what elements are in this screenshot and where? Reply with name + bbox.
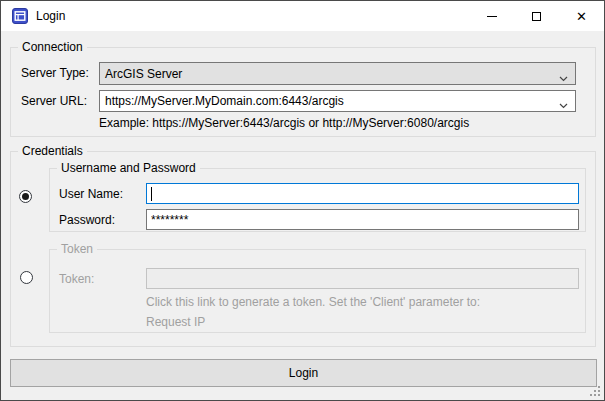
user-name-label: User Name: <box>59 187 123 201</box>
minimize-icon <box>487 16 497 17</box>
server-url-value: https://MyServer.MyDomain.com:6443/arcgi… <box>105 94 344 108</box>
username-password-group-label: Username and Password <box>57 161 200 175</box>
token-input <box>146 268 579 289</box>
titlebar: Login ✕ <box>1 1 604 31</box>
token-group-label: Token <box>57 242 97 256</box>
window-title: Login <box>36 1 65 31</box>
server-url-example-text: Example: https://MyServer:6443/arcgis or… <box>99 116 469 130</box>
text-cursor <box>151 187 152 201</box>
login-window: Login ✕ Connection Server Type: ArcGIS S… <box>0 0 605 401</box>
form-icon <box>12 8 28 24</box>
close-icon: ✕ <box>576 10 587 23</box>
token-label: Token: <box>59 272 94 286</box>
token-request-ip-link[interactable]: Request IP <box>146 315 205 329</box>
password-input[interactable] <box>146 209 579 230</box>
user-name-input[interactable] <box>146 183 579 204</box>
chevron-down-icon <box>559 71 568 85</box>
token-radio[interactable] <box>20 271 33 284</box>
minimize-button[interactable] <box>469 1 514 31</box>
maximize-icon <box>532 12 541 21</box>
login-button-label: Login <box>289 366 318 380</box>
maximize-button[interactable] <box>514 1 559 31</box>
close-button[interactable]: ✕ <box>559 1 604 31</box>
server-type-label: Server Type: <box>21 66 89 80</box>
server-url-label: Server URL: <box>21 94 87 108</box>
token-hint-text: Click this link to generate a token. Set… <box>146 295 480 309</box>
server-url-combobox[interactable]: https://MyServer.MyDomain.com:6443/arcgi… <box>99 90 576 112</box>
token-groupbox <box>49 249 586 333</box>
caption-buttons: ✕ <box>469 1 604 31</box>
username-password-radio[interactable] <box>19 190 32 203</box>
server-type-value: ArcGIS Server <box>105 67 182 81</box>
password-label: Password: <box>59 213 115 227</box>
credentials-group-label: Credentials <box>18 144 87 158</box>
resize-grip-icon[interactable] <box>590 386 601 397</box>
login-button[interactable]: Login <box>10 359 597 387</box>
server-type-dropdown[interactable]: ArcGIS Server <box>99 62 576 85</box>
connection-group-label: Connection <box>18 40 87 54</box>
chevron-down-icon <box>559 98 568 112</box>
